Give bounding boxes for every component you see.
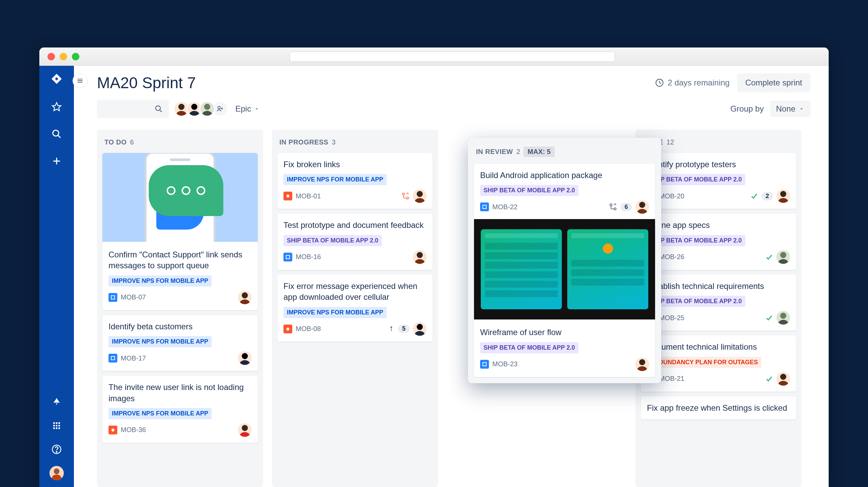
svg-point-53 [417, 191, 423, 197]
svg-point-66 [780, 191, 786, 197]
group-by-dropdown[interactable]: None [770, 101, 810, 117]
board-search-input[interactable] [97, 100, 169, 118]
help-icon[interactable] [50, 442, 64, 456]
star-icon[interactable] [50, 100, 64, 114]
assignee-avatar[interactable] [776, 311, 790, 325]
maximize-window[interactable] [72, 53, 79, 60]
card-title: Fix broken links [283, 159, 427, 170]
issue-key[interactable]: MOB-26 [659, 253, 684, 261]
svg-point-50 [402, 193, 405, 195]
svg-point-47 [242, 425, 248, 431]
epic-pill[interactable]: IMPROVE NPS FOR MOBILE APP [283, 307, 387, 318]
issue-key[interactable]: MOB-25 [659, 314, 684, 322]
svg-marker-0 [53, 103, 61, 111]
assignee-avatar[interactable] [413, 189, 427, 203]
svg-point-76 [780, 374, 786, 380]
issue-card[interactable]: Confirm "Contact Support" link sends mes… [102, 153, 258, 310]
epic-pill[interactable]: REDUNDANCY PLAN FOR OUTAGES [647, 357, 761, 368]
column-title: TO DO [104, 138, 126, 146]
issue-key[interactable]: MOB-36 [121, 426, 146, 434]
issue-card[interactable]: Fix broken links IMPROVE NPS FOR MOBILE … [277, 153, 433, 209]
epic-pill[interactable]: IMPROVE NPS FOR MOBILE APP [108, 408, 212, 419]
svg-point-29 [191, 104, 197, 110]
assignee-avatar[interactable] [776, 250, 790, 264]
notifications-icon[interactable] [50, 395, 64, 409]
svg-point-57 [417, 252, 423, 258]
issue-card[interactable]: Test prototype and document feedback SHI… [277, 214, 433, 270]
assignee-avatar[interactable] [238, 291, 252, 304]
assignee-avatar[interactable] [635, 357, 649, 371]
time-remaining: 2 days remaining [655, 78, 730, 87]
assignee-avatar[interactable] [635, 200, 649, 214]
issue-key[interactable]: MOB-16 [296, 253, 321, 261]
issue-type-task-icon [480, 202, 489, 211]
svg-rect-84 [483, 363, 486, 366]
create-icon[interactable] [50, 154, 64, 168]
epic-filter-dropdown[interactable]: Epic [235, 104, 259, 114]
issue-card[interactable]: Fix app freeze when Settings is clicked [641, 396, 796, 420]
assignee-avatar[interactable] [413, 322, 427, 336]
issue-key[interactable]: MOB-22 [492, 203, 517, 211]
issue-key[interactable]: MOB-23 [492, 360, 517, 368]
epic-pill[interactable]: SHIP BETA OF MOBILE APP 2.0 [647, 235, 745, 246]
svg-point-23 [156, 106, 160, 111]
column-todo: TO DO 6 Confirm "Contact Support" link s… [97, 130, 263, 487]
issue-type-task-icon [108, 354, 117, 363]
url-bar[interactable] [290, 52, 615, 62]
issue-key[interactable]: MOB-21 [659, 375, 684, 383]
done-check-icon [750, 192, 758, 200]
epic-pill[interactable]: SHIP BETA OF MOBILE APP 2.0 [283, 235, 382, 246]
minimize-window[interactable] [60, 53, 67, 60]
issue-key[interactable]: MOB-20 [659, 192, 684, 200]
svg-point-43 [242, 353, 248, 359]
svg-point-49 [287, 195, 290, 198]
epic-pill[interactable]: SHIP BETA OF MOBILE APP 2.0 [480, 185, 578, 196]
svg-point-13 [58, 427, 60, 429]
epic-pill[interactable]: SHIP BETA OF MOBILE APP 2.0 [647, 296, 745, 307]
pull-request-icon [401, 192, 410, 200]
card-title: Fix app freeze when Settings is clicked [647, 403, 790, 413]
search-icon[interactable] [50, 127, 64, 141]
epic-pill[interactable]: SHIP BETA OF MOBILE APP 2.0 [480, 342, 578, 353]
svg-point-26 [178, 104, 184, 110]
issue-type-task-icon [108, 293, 117, 302]
jira-logo-icon[interactable] [50, 73, 64, 87]
issue-card[interactable]: Identify prototype testers SHIP BETA OF … [641, 153, 796, 209]
assignee-avatar[interactable] [238, 423, 252, 437]
issue-key[interactable]: MOB-07 [121, 293, 146, 301]
issue-card[interactable]: Identify beta customers IMPROVE NPS FOR … [102, 315, 258, 371]
epic-pill[interactable]: IMPROVE NPS FOR MOBILE APP [108, 336, 212, 347]
complete-sprint-button[interactable]: Complete sprint [737, 73, 810, 92]
assignee-avatar[interactable] [238, 351, 252, 365]
issue-key[interactable]: MOB-01 [296, 192, 321, 200]
svg-point-1 [53, 130, 59, 136]
issue-card[interactable]: Fix error message experienced when app d… [277, 275, 433, 342]
collapse-sidebar-icon[interactable] [73, 73, 87, 88]
assignee-avatar[interactable] [776, 372, 790, 386]
issue-type-bug-icon [283, 325, 292, 333]
issue-card[interactable]: Establish technical requirements SHIP BE… [641, 275, 796, 331]
issue-card[interactable]: The invite new user link is not loading … [102, 376, 258, 443]
assignee-filter-avatars[interactable] [176, 101, 228, 117]
issue-key[interactable]: MOB-17 [121, 354, 146, 362]
assignee-avatar[interactable] [413, 250, 427, 264]
issue-card[interactable]: Define app specs SHIP BETA OF MOBILE APP… [641, 214, 796, 270]
svg-rect-78 [483, 205, 486, 209]
issue-key[interactable]: MOB-08 [296, 325, 321, 333]
card-title: Document technical limitations [647, 342, 790, 352]
profile-avatar[interactable] [50, 466, 64, 480]
chevron-down-icon [799, 106, 804, 112]
app-switcher-icon[interactable] [50, 418, 64, 433]
assignee-avatar[interactable] [776, 189, 790, 203]
issue-card[interactable]: Document technical limitations REDUNDANC… [641, 335, 796, 391]
svg-point-8 [53, 425, 55, 426]
epic-pill[interactable]: SHIP BETA OF MOBILE APP 2.0 [647, 174, 745, 185]
epic-pill[interactable]: IMPROVE NPS FOR MOBILE APP [108, 275, 212, 287]
column-inprogress: IN PROGRESS 3 Fix broken links IMPROVE N… [272, 130, 438, 487]
card-cover-image [474, 219, 655, 319]
close-window[interactable] [47, 53, 55, 60]
issue-card[interactable]: Wireframe of user flow SHIP BETA OF MOBI… [474, 225, 655, 377]
epic-pill[interactable]: IMPROVE NPS FOR MOBILE APP [283, 174, 387, 185]
issue-card[interactable]: Build Android application package SHIP B… [474, 164, 655, 220]
card-title: Build Android application package [480, 170, 649, 181]
